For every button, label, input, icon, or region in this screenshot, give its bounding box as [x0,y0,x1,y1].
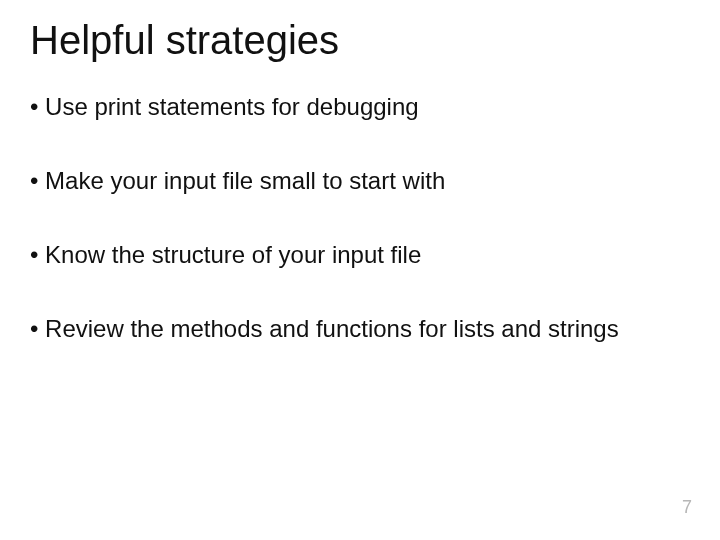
list-item: Use print statements for debugging [30,92,690,122]
list-item: Know the structure of your input file [30,240,690,270]
slide-title: Helpful strategies [30,18,690,62]
list-item: Review the methods and functions for lis… [30,314,690,344]
page-number: 7 [682,497,692,518]
slide: Helpful strategies Use print statements … [0,0,720,540]
bullet-list: Use print statements for debugging Make … [30,92,690,344]
list-item: Make your input file small to start with [30,166,690,196]
